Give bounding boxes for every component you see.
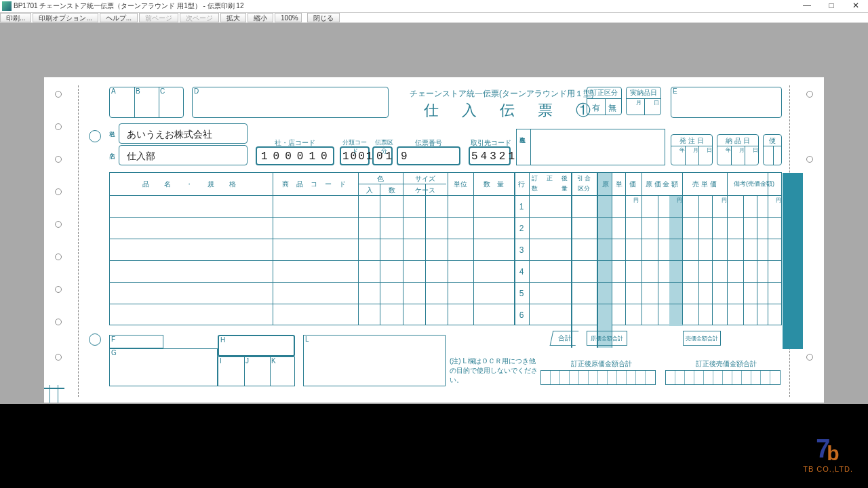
tei-gen-digits: [540, 370, 656, 385]
month-label: 月: [636, 99, 642, 106]
form-tab: [783, 173, 803, 349]
box-e: E: [671, 87, 782, 118]
box-h: H: [218, 335, 295, 357]
footer: 7b TB CO.,LTD.: [0, 404, 868, 488]
order-date-box: 発 注 日 年 月 日: [671, 134, 713, 165]
bunrui-value: 1001: [342, 150, 374, 163]
sha-code-value: 100010: [261, 150, 333, 163]
close-preview-button[interactable]: 閉じる: [307, 13, 340, 22]
sprocket-hole: [806, 156, 813, 163]
tb-logo-icon: 7b: [812, 436, 844, 464]
tag-k: K: [271, 357, 276, 365]
col-hiki: 引 合: [571, 174, 597, 183]
sprocket-hole: [55, 156, 62, 163]
col-uritan: 売 単 価: [682, 180, 727, 189]
tag-c: C: [160, 87, 165, 95]
zoom-level[interactable]: 100%: [275, 13, 302, 22]
brand-text: TB CO.,LTD.: [803, 465, 853, 473]
gentotal-label: 原価金額合計: [587, 331, 627, 346]
col-teisei: 訂 正 後: [529, 174, 571, 183]
tag-j: J: [245, 357, 249, 365]
uritotal-label: 売価金額合計: [683, 331, 721, 346]
col-case: ケース: [403, 186, 448, 195]
header-subtitle: チェーンストア統一伝票(ターンアラウンド用１型): [403, 88, 600, 100]
bin-box: 便: [763, 134, 782, 165]
col-su: 数: [380, 186, 403, 195]
col-name: 品 名 ・ 規 格: [110, 180, 273, 189]
brand-logo: 7b TB CO.,LTD.: [803, 436, 853, 473]
zoom-out-button[interactable]: 縮小: [248, 13, 273, 22]
cut-mark: [58, 385, 58, 403]
col-qty: 数 量: [473, 180, 514, 189]
cut-mark: [44, 388, 64, 389]
rownum-6: 6: [514, 310, 529, 320]
order-date-label: 発 注 日: [671, 136, 712, 146]
correction-yes: 有: [587, 102, 605, 114]
box-l: L: [303, 335, 446, 386]
prev-page-button[interactable]: 前ページ: [139, 13, 178, 22]
sprocket-hole: [806, 91, 813, 98]
tag-f: F: [111, 336, 115, 343]
minimize-button[interactable]: —: [795, 0, 819, 12]
rownum-5: 5: [514, 289, 529, 298]
tag-d: D: [194, 87, 199, 95]
help-button[interactable]: ヘルプ...: [100, 13, 138, 22]
box-f: F: [109, 335, 163, 348]
col-gentan: 原 単 価: [597, 180, 642, 189]
tei-uri-label: 訂正後売価金額合計: [665, 359, 787, 369]
tag-l: L: [305, 336, 309, 343]
box-ijk: I J K: [218, 357, 295, 386]
deliver-date-label: 納 品 日: [717, 136, 758, 146]
denku-value: 01: [376, 150, 395, 163]
sprocket-hole: [55, 354, 62, 361]
actual-delivery-label: 実納品日: [627, 88, 660, 98]
preview-workspace: A B C D チェーンストア統一伝票(ターンアラウンド用１型) 仕 入 伝 票…: [0, 23, 868, 404]
tag-h: H: [220, 336, 225, 344]
zoom-in-button[interactable]: 拡大: [220, 13, 246, 22]
col-iri: 入: [358, 186, 380, 195]
rownum-1: 1: [514, 202, 529, 211]
print-options-button[interactable]: 印刷オプション...: [33, 13, 98, 22]
sprocket-line-left: [78, 85, 79, 397]
box-abc: A B C: [109, 87, 184, 118]
maximize-button[interactable]: □: [819, 0, 844, 12]
next-page-button[interactable]: 次ページ: [180, 13, 219, 22]
total-label: 合計: [550, 331, 579, 346]
sprocket-hole: [55, 319, 62, 325]
window-title: BP1701 チェーンストア統一伝票（ターンアラウンド 用1型） - 伝票印刷 …: [14, 1, 244, 11]
col-teisei2: 数 量: [529, 184, 571, 193]
punch-inner: [89, 130, 101, 142]
box-g: G: [109, 348, 218, 386]
correction-no: 無: [604, 102, 621, 114]
sprocket-hole: [55, 123, 62, 130]
close-button[interactable]: ✕: [844, 0, 868, 12]
day-label: 日: [654, 99, 659, 106]
col-code: 商 品 コ ー ド: [273, 180, 358, 189]
box-d: D: [192, 87, 389, 118]
sprocket-hole: [55, 188, 62, 195]
col-unit: 単位: [448, 180, 473, 189]
company-value: あいうえお株式会社: [127, 129, 212, 141]
rownum-2: 2: [514, 224, 529, 233]
rownum-3: 3: [514, 245, 529, 255]
tag-e: E: [673, 87, 677, 95]
bin-label: 便: [764, 136, 781, 146]
line-items-grid: 品 名 ・ 規 格 商 品 コ ー ド 色 入 数 サイズ ケース 単位 数 量…: [109, 172, 782, 325]
tag-g: G: [111, 349, 117, 357]
punch-inner: [89, 333, 101, 346]
col-row: 行: [514, 180, 529, 189]
tag-i: I: [220, 357, 222, 365]
correction-box: 訂正区分 有 無: [587, 87, 622, 115]
deliver-date-box: 納 品 日 年 月 日: [717, 134, 759, 165]
store-value: 仕入部: [127, 150, 155, 163]
actual-delivery-box: 実納品日 月 日: [626, 87, 661, 115]
col-genkin: 原 価 金 額: [642, 180, 682, 189]
tag-b: B: [136, 87, 140, 95]
tag-a: A: [111, 87, 116, 95]
col-biko: 備考(売価金額): [727, 180, 781, 188]
print-button[interactable]: 印刷...: [0, 13, 31, 22]
sprocket-hole: [55, 286, 62, 293]
partner-name-box: 取引先名: [516, 129, 665, 165]
tei-uri-digits: [665, 370, 781, 385]
correction-label: 訂正区分: [587, 88, 621, 98]
